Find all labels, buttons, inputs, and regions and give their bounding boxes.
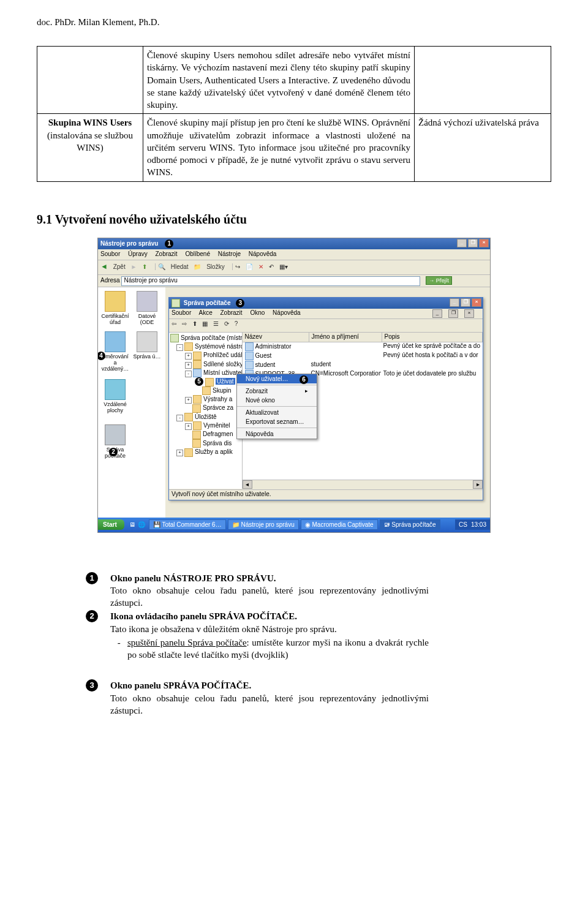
collapse-icon[interactable]: - [176,415,183,421]
ctx-new-user[interactable]: Nový uživatel… 6 [237,374,317,383]
col-fullname[interactable]: Jméno a příjmení [309,333,382,342]
mmc-up-icon[interactable]: ⬆ [192,320,197,327]
list-row[interactable]: Administrator Pevný účet ke správě počít… [243,342,483,352]
expand-icon[interactable]: + [185,362,192,369]
task-admintools[interactable]: 📁 Nástroje pro správu [228,519,299,530]
explorer-menubar[interactable]: Soubor Úpravy Zobrazit Oblíbené Nástroje… [98,249,490,260]
copy-icon[interactable]: 📄 [246,263,253,270]
icon-sprava[interactable]: Správa ú… [132,331,162,360]
menu-help[interactable]: Nápověda [249,251,277,257]
task-captivate[interactable]: ◉ Macromedia Captivate [301,519,378,530]
scroll-left-icon[interactable]: ◂ [243,480,252,489]
mmc-menu-window[interactable]: Okno [250,309,265,316]
ctx-new-window[interactable]: Nové okno [237,396,317,405]
taskbar[interactable]: Start 🖥 🌐 💾 Total Commander 6… 📁 Nástroj… [98,518,490,532]
list-row[interactable]: Guest Pevný účet hosta k počítači a v do… [243,352,483,361]
mmc-child-close-icon[interactable]: × [464,309,474,318]
mmc-maximize-icon[interactable]: ❐ [461,298,470,307]
undo-icon[interactable]: ↶ [269,263,274,270]
menu-file[interactable]: Soubor [100,251,120,257]
start-button[interactable]: Start [98,519,124,530]
expand-icon[interactable]: + [185,397,192,404]
expand-icon[interactable]: + [176,450,183,456]
scroll-right-icon[interactable]: ▸ [473,480,483,489]
expand-icon[interactable]: + [185,353,192,360]
task-totalcmd[interactable]: 💾 Total Commander 6… [149,519,226,530]
tray-lang-icon[interactable]: CS [459,521,467,528]
icon-sprava-label: Správa ú… [133,353,160,360]
menu-tools[interactable]: Nástroje [218,251,241,257]
icon-routing[interactable]: Směrování a vzdálený… [100,331,130,372]
icon-cert-authority[interactable]: Certifikační úřad [100,291,130,325]
quick-launch-icon[interactable]: 🌐 [138,521,145,528]
mmc-close-icon[interactable]: × [472,298,481,307]
ctx-view[interactable]: Zobrazit [237,386,317,396]
expand-icon[interactable]: - [176,344,183,351]
mmc-help-icon[interactable]: ? [235,320,238,327]
mmc-tree[interactable]: Správa počítače (místní) -Systémové nást… [169,333,243,489]
menu-view[interactable]: Zobrazit [156,251,178,257]
back-icon[interactable]: ◄ [100,262,108,271]
menu-edit[interactable]: Úpravy [128,251,148,257]
folders-button[interactable]: Složky [206,263,224,270]
tree-users-selected[interactable]: Uživat [216,378,235,385]
tree-alerts[interactable]: Výstrahy a [203,396,232,402]
move-icon[interactable]: ↪ [235,263,240,270]
tree-storage[interactable]: Úložiště [195,413,217,420]
mmc-minimize-icon[interactable]: _ [450,298,459,307]
mmc-prop-icon[interactable]: ☰ [213,320,219,327]
mmc-refresh-icon[interactable]: ⟳ [224,320,229,327]
maximize-icon[interactable]: ❐ [468,239,478,247]
tree-systools[interactable]: Systémové nástroje [195,343,243,350]
system-tray[interactable]: CS13:03 [455,519,490,530]
mmc-menu-view[interactable]: Zobrazit [221,309,243,316]
go-button[interactable]: → Přejít [426,276,452,285]
task-compmgmt[interactable]: 🖳 Správa počítače [380,519,440,530]
tree-removable[interactable]: Vyměnitel [203,422,230,429]
mmc-fwd-icon[interactable]: ⇨ [182,320,187,327]
tree-devmgr[interactable]: Správce za [203,404,233,411]
context-menu[interactable]: Nový uživatel… 6 Zobrazit Nové okno Aktu… [236,374,317,439]
tree-groups[interactable]: Skupin [213,387,232,394]
ctx-help[interactable]: Nápověda [237,429,317,439]
tree-services[interactable]: Služby a aplik [195,448,233,455]
mmc-menu-help[interactable]: Nápověda [273,309,301,316]
ctx-refresh[interactable]: Aktualizovat [237,408,317,417]
mmc-menu-action[interactable]: Akce [198,309,212,316]
mmc-title-icon [172,299,180,307]
delete-icon[interactable]: ✕ [258,263,263,270]
user-icon [245,361,254,369]
col-desc[interactable]: Popis [382,333,483,342]
address-input[interactable]: Nástroje pro správu [121,276,420,286]
tree-eventviewer[interactable]: Prohlížeč událostí [203,352,243,358]
mmc-details-icon[interactable]: ▦ [202,320,208,327]
mmc-child-max-icon[interactable]: ❐ [448,309,458,318]
mmc-menubar[interactable]: Soubor Akce Zobrazit Okno Nápověda × ❐ _ [169,309,483,319]
collapse-icon[interactable]: - [185,371,192,377]
up-icon[interactable]: ⬆ [142,263,147,270]
expand-icon[interactable]: + [185,423,192,430]
views-icon[interactable]: ▦▾ [279,263,288,270]
search-button[interactable]: Hledat [171,263,189,270]
mmc-menu-file[interactable]: Soubor [172,309,191,316]
icon-data-sources[interactable]: Datové (ODE [132,291,162,325]
forward-icon[interactable]: ► [130,263,137,270]
back-button[interactable]: Zpět [113,263,126,270]
tree-defrag[interactable]: Defragmen [203,431,233,437]
search-icon[interactable]: 🔍 [158,263,165,270]
horizontal-scrollbar[interactable]: ◂ ▸ [243,480,483,489]
menu-favorites[interactable]: Oblíbené [185,251,210,257]
tree-diskmgmt[interactable]: Správa dis [203,440,232,447]
ctx-export[interactable]: Exportovat seznam… [237,417,317,426]
quick-launch-icon[interactable]: 🖥 [129,521,135,528]
icon-remote-desktop[interactable]: Vzdálené plochy [100,379,130,413]
folders-icon[interactable]: 📁 [194,263,201,270]
col-name[interactable]: Název [243,333,309,342]
tree-root[interactable]: Správa počítače (místní) [181,334,243,341]
mmc-child-min-icon[interactable]: _ [432,309,442,318]
close-icon[interactable]: × [479,239,489,247]
mmc-back-icon[interactable]: ⇦ [172,320,176,327]
list-row[interactable]: student student [243,361,483,370]
minimize-icon[interactable]: _ [457,239,467,247]
tree-shared[interactable]: Sdílené složky [203,361,243,368]
